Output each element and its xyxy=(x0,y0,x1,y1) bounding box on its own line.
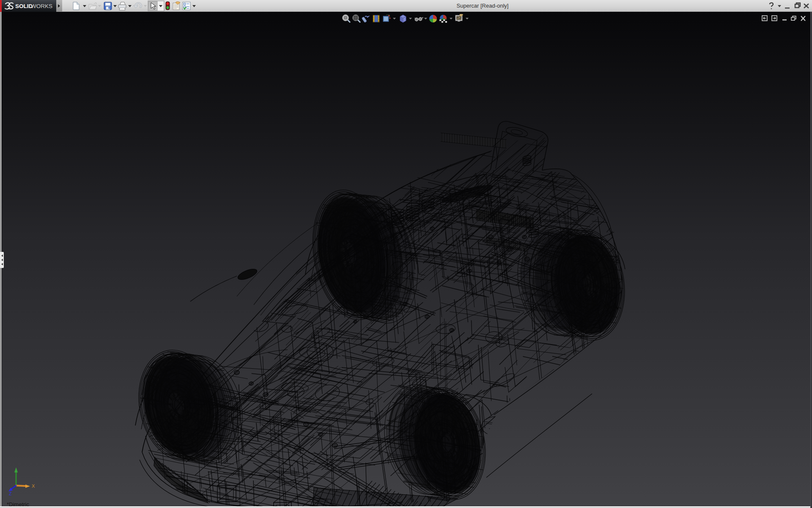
svg-text:Z: Z xyxy=(9,491,12,496)
svg-text:X: X xyxy=(32,483,35,489)
svg-text:SOLID: SOLID xyxy=(15,3,33,9)
svg-text:WORKS: WORKS xyxy=(31,3,52,9)
